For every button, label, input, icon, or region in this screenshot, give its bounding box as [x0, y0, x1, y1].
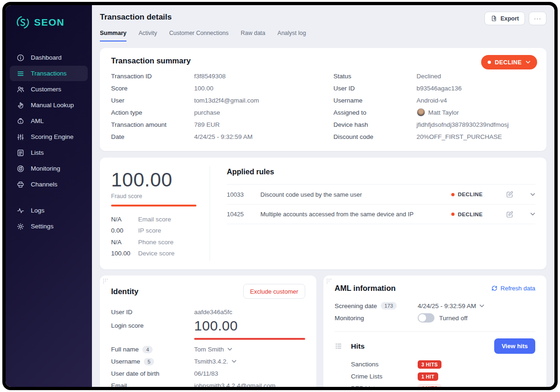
chevron-down-icon [231, 360, 237, 363]
export-button[interactable]: Export [484, 12, 525, 25]
manual-lookup-icon [16, 101, 25, 110]
rule-edit-button[interactable] [496, 210, 523, 219]
field-row: Emailjohnsmith3.4.2.4@gmail.com [111, 380, 305, 387]
channels-icon [16, 180, 25, 189]
chevron-down-icon [530, 213, 535, 216]
sub-score-row: 100.00Device score [111, 248, 196, 260]
field-row: Full name4 Tom Smith [111, 344, 305, 356]
tab-customer-connections[interactable]: Customer Connections [169, 30, 229, 41]
field-row: Transaction amount789 EUR [111, 118, 313, 131]
count-badge: 5 [144, 358, 154, 365]
sidebar-item-label: Customers [31, 86, 61, 93]
avatar [417, 108, 425, 117]
sidebar-item-label: Manual Lookup [31, 102, 74, 109]
lists-icon [16, 149, 25, 157]
field-row: Action typepurchase [111, 106, 313, 118]
rule-expand-button[interactable] [523, 193, 535, 196]
drag-handle-icon[interactable] [103, 279, 104, 280]
fraud-score-value: 100.00 [111, 169, 196, 191]
expandable-value[interactable]: Tom Smith [194, 346, 232, 353]
aml-title: AML information [335, 284, 396, 293]
header-actions: Export ··· [484, 12, 546, 25]
fraud-score-label: Fraud score [111, 193, 196, 199]
summary-fields-right: StatusDeclined User IDb93546agac136 User… [334, 70, 536, 143]
sidebar-item-customers[interactable]: Customers [10, 82, 88, 97]
sub-score-row: N/APhone score [111, 236, 196, 248]
refresh-data-button[interactable]: Refresh data [491, 285, 535, 292]
tab-raw-data[interactable]: Raw data [241, 30, 266, 41]
field-row: Device hashjfidhfjdsofndj3878930239ndfmo… [334, 118, 536, 131]
tab-activity[interactable]: Activity [139, 30, 157, 41]
sidebar-item-settings[interactable]: Settings [10, 219, 88, 234]
monitoring-row: Monitoring Turned off [335, 312, 535, 324]
exclude-customer-button[interactable]: Exclude customer [243, 284, 305, 299]
chevron-down-icon [479, 304, 484, 308]
fraud-score-card: 100.00 Fraud score N/AEmail score 0.00IP… [100, 158, 546, 269]
rule-description: Discount code used by the same user [260, 191, 451, 198]
detail-tabs: Summary Activity Customer Connections Ra… [100, 30, 546, 41]
sidebar-item-dashboard[interactable]: Dashboard [10, 50, 88, 65]
sidebar-item-transactions[interactable]: Transactions [10, 66, 88, 81]
sidebar-item-scoring-engine[interactable]: Scoring Engine [10, 129, 88, 144]
sidebar-item-label: AML [31, 117, 44, 124]
sidebar-group-divider [6, 193, 92, 203]
sidebar-item-label: Logs [31, 207, 44, 214]
hits-list-icon [335, 342, 343, 350]
hits-title: Hits [351, 342, 494, 351]
hits-header: Hits View hits [335, 338, 535, 354]
hit-count-badge: 1 HIT [418, 372, 438, 381]
tab-summary[interactable]: Summary [100, 30, 126, 41]
tab-analyst-log[interactable]: Analyst log [278, 30, 306, 41]
sidebar-item-channels[interactable]: Channels [10, 177, 88, 192]
hit-row: PEP Lists4 HITS [335, 382, 535, 387]
sidebar-item-label: Channels [31, 181, 57, 188]
expandable-value[interactable]: Tsmith3.4.2. [194, 358, 237, 365]
sub-score-row: N/AEmail score [111, 213, 196, 225]
brand-logo[interactable]: SEON [6, 15, 92, 29]
scoring-engine-icon [16, 133, 25, 141]
window-frame: SEON Dashboard Transactions Customers Ma… [2, 2, 558, 390]
drag-handle-icon[interactable] [327, 279, 328, 280]
field-row: Transaction IDf3f8549308 [111, 70, 313, 82]
sidebar-item-monitoring[interactable]: Monitoring [10, 161, 88, 176]
export-icon [490, 15, 497, 22]
sub-score-row: 0.00IP score [111, 225, 196, 237]
fraud-score-panel: 100.00 Fraud score N/AEmail score 0.00IP… [111, 166, 210, 261]
hit-row: Crime Lists1 HIT [335, 371, 535, 383]
chevron-down-icon [525, 61, 531, 64]
login-score-value: 100.00 [194, 318, 238, 333]
applied-rules-panel: Applied rules 10033 Discount code used b… [210, 166, 535, 261]
field-row: UsernameAndroid-v4 [334, 94, 536, 106]
rule-action: DECLINE [451, 212, 496, 217]
rule-edit-button[interactable] [496, 190, 523, 199]
login-score-panel: 100.00 [194, 318, 305, 340]
monitoring-icon [16, 165, 25, 173]
sidebar-item-logs[interactable]: Logs [10, 203, 88, 218]
more-options-button[interactable]: ··· [529, 12, 546, 25]
field-row: Usertom13d2f4@gmail.com [111, 94, 313, 106]
monitoring-state-label: Turned off [439, 315, 468, 322]
field-row: User IDaafde346a5fc [111, 306, 305, 318]
brand-name: SEON [34, 17, 65, 28]
seon-logo-icon [16, 15, 30, 29]
field-row: Username5 Tsmith3.4.2. [111, 356, 305, 368]
decline-dot-icon [451, 193, 455, 196]
rule-row: 10033 Discount code used by the same use… [227, 184, 535, 204]
page-header: Transaction details Export ··· [100, 12, 546, 25]
monitoring-toggle[interactable] [418, 313, 434, 323]
hit-count-badge: 4 HITS [418, 384, 441, 387]
decision-status-dropdown[interactable]: DECLINE [481, 55, 537, 69]
sidebar-item-manual-lookup[interactable]: Manual Lookup [10, 97, 88, 113]
decline-dot-icon [451, 213, 455, 216]
app-window: SEON Dashboard Transactions Customers Ma… [6, 5, 554, 387]
sidebar-item-aml[interactable]: $ AML [10, 113, 88, 129]
screening-date-value[interactable]: 4/24/25 - 9:32:59 AM [418, 303, 484, 309]
rule-description: Multiple accounts accessed from the same… [260, 211, 451, 218]
sidebar-item-label: Monitoring [31, 165, 60, 172]
customers-icon [16, 85, 25, 94]
svg-text:$: $ [20, 120, 21, 123]
identity-card: Identity Exclude customer User IDaafde34… [100, 275, 316, 387]
view-hits-button[interactable]: View hits [494, 338, 535, 354]
sidebar-item-lists[interactable]: Lists [10, 145, 88, 160]
rule-expand-button[interactable] [523, 213, 535, 216]
